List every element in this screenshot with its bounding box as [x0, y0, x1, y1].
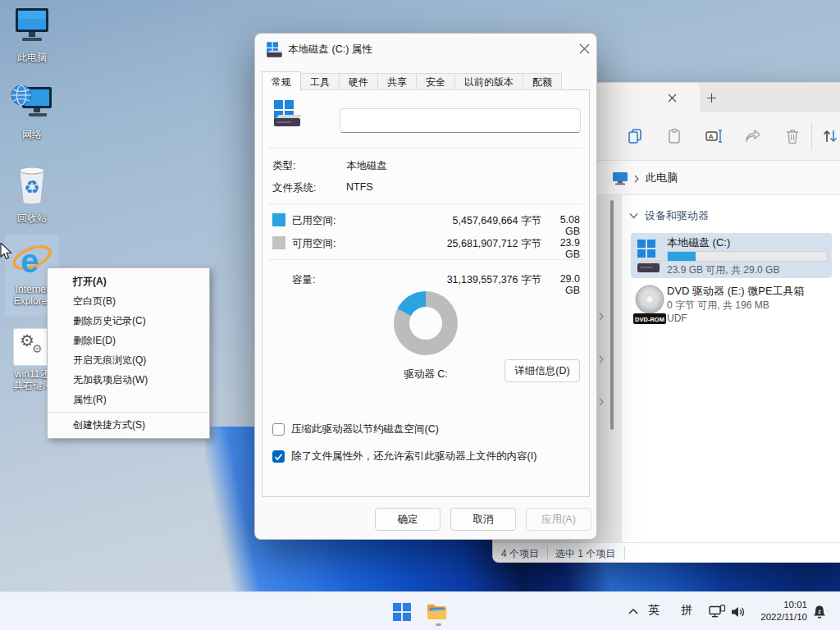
menu-item-properties[interactable]: 属性(R): [48, 390, 209, 409]
details-button[interactable]: 详细信息(D): [504, 359, 580, 382]
drive-filesystem: UDF: [667, 313, 687, 324]
used-space-bytes: 5,457,649,664 字节: [410, 214, 541, 228]
tray-time: 10:01: [748, 599, 807, 611]
desktop-icon-label: 回收站: [5, 212, 59, 224]
filesystem-value: NTFS: [346, 181, 373, 195]
menu-item-open[interactable]: 打开(A): [48, 272, 209, 291]
menu-item-delete-ie[interactable]: 删除IE(D): [48, 331, 209, 350]
ie-context-menu: 打开(A) 空白页(B) 删除历史记录(C) 删除IE(D) 开启无痕浏览(Q)…: [47, 267, 210, 439]
sort-icon[interactable]: [821, 127, 839, 145]
free-space-bytes: 25,681,907,712 字节: [410, 237, 541, 251]
speaker-icon: [731, 605, 746, 619]
tab-sharing[interactable]: 共享: [378, 73, 417, 90]
capacity-label: 容量:: [292, 273, 315, 287]
capacity-bytes: 31,139,557,376 字节: [410, 273, 541, 287]
disk-usage-donut-chart: [394, 291, 458, 355]
apply-button[interactable]: 应用(A): [526, 508, 591, 531]
svg-text:♻: ♻: [24, 177, 40, 198]
section-header-label: 设备和驱动器: [645, 208, 709, 223]
drive-c-row[interactable]: 本地磁盘 (C:) 23.9 GB 可用, 共 29.0 GB: [631, 233, 832, 278]
dvd-drive-row[interactable]: DVD-ROM DVD 驱动器 (E:) 微PE工具箱 0 字节 可用, 共 1…: [631, 281, 832, 328]
ime-pinyin-indicator[interactable]: 拼: [681, 603, 692, 618]
cancel-button[interactable]: 取消: [450, 508, 516, 531]
capacity-row: 容量: 31,139,557,376 字节 29.0 GB: [272, 272, 581, 287]
svg-text:A: A: [709, 133, 714, 140]
separator: [269, 148, 582, 148]
desktop-icon-recycle-bin[interactable]: ♻ 回收站: [5, 164, 59, 224]
ok-button[interactable]: 确定: [375, 508, 441, 531]
tray-date: 2022/11/10: [748, 611, 807, 623]
paste-icon[interactable]: [665, 127, 683, 145]
status-divider: [624, 546, 625, 559]
compress-checkbox-label: 压缩此驱动器以节约磁盘空间(C): [291, 422, 439, 436]
drive-name: 本地磁盘 (C:): [667, 235, 730, 250]
breadcrumb[interactable]: 此电脑: [646, 171, 678, 185]
section-devices-and-drives[interactable]: 设备和驱动器: [629, 208, 709, 223]
tray-chevron-button[interactable]: [625, 601, 641, 622]
tree-chevron-icon[interactable]: [597, 313, 605, 321]
share-icon[interactable]: [744, 127, 762, 145]
copy-icon[interactable]: [626, 127, 644, 145]
index-checkbox-label: 除了文件属性外，还允许索引此驱动器上文件的内容(I): [291, 450, 536, 463]
tab-security[interactable]: 安全: [417, 73, 455, 90]
tab-quota[interactable]: 配额: [523, 73, 562, 90]
menu-item-inprivate[interactable]: 开启无痕浏览(Q): [48, 350, 209, 370]
desktop-icon-this-pc[interactable]: 此电脑: [5, 7, 59, 63]
tab-tools[interactable]: 工具: [301, 73, 340, 90]
type-value: 本地磁盘: [346, 159, 387, 173]
explorer-status-bar: 4 个项目 选中 1 个项目: [493, 542, 840, 563]
network-icon: [709, 605, 726, 619]
breadcrumb-chevron-icon: [633, 175, 640, 183]
network-tray-button[interactable]: [707, 601, 728, 622]
free-space-row: 可用空间: 25,681,907,712 字节 23.9 GB: [272, 236, 581, 251]
svg-text:DVD-ROM: DVD-ROM: [635, 316, 664, 323]
dialog-close-button[interactable]: [573, 38, 595, 59]
desktop-icon-network[interactable]: 网络: [5, 82, 59, 140]
rename-icon[interactable]: A: [705, 127, 723, 145]
tree-chevron-icon[interactable]: [597, 398, 605, 406]
start-button[interactable]: [391, 601, 412, 622]
tree-chevron-icon[interactable]: [597, 355, 605, 363]
dialog-tab-strip: 常规 工具 硬件 共享 安全 以前的版本 配额: [262, 71, 562, 90]
type-row: 类型: 本地磁盘: [272, 159, 387, 173]
free-space-swatch: [272, 236, 285, 249]
taskbar-clock[interactable]: 10:01 2022/11/10: [748, 599, 807, 623]
new-tab-button[interactable]: [702, 89, 720, 106]
ime-english-indicator[interactable]: 英: [648, 603, 660, 618]
menu-item-delete-history[interactable]: 删除历史记录(C): [48, 311, 209, 331]
file-explorer-taskbar-button[interactable]: [427, 601, 447, 622]
local-disk-icon: [637, 239, 663, 273]
tab-hardware[interactable]: 硬件: [340, 73, 378, 90]
drive-caption: 驱动器 C:: [377, 368, 475, 381]
recycle-bin-icon: ♻: [13, 164, 51, 207]
index-checkbox-row[interactable]: 除了文件属性外，还允许索引此驱动器上文件的内容(I): [272, 450, 536, 463]
tab-close-button[interactable]: [663, 89, 681, 106]
notification-center-button[interactable]: z: [809, 601, 829, 622]
items-count: 4 个项目: [501, 547, 539, 561]
drive-info: 23.9 GB 可用, 共 29.0 GB: [667, 263, 779, 277]
close-icon: [579, 43, 590, 54]
tab-general[interactable]: 常规: [262, 71, 301, 91]
volume-label-input[interactable]: [340, 108, 581, 133]
tab-previous-versions[interactable]: 以前的版本: [455, 73, 523, 90]
compress-checkbox-row[interactable]: 压缩此驱动器以节约磁盘空间(C): [272, 422, 439, 436]
taskbar: 英 拼 10:01 2022/11/10 z: [0, 591, 840, 630]
checkbox-checked[interactable]: [272, 450, 285, 463]
windows-logo-icon: [393, 603, 411, 621]
drive-usage-bar: [667, 251, 828, 262]
this-pc-monitor-icon: [12, 7, 52, 46]
drive-icon: [272, 100, 304, 126]
checkbox-unchecked[interactable]: [272, 423, 285, 436]
svg-text:e: e: [21, 243, 39, 279]
check-icon: [274, 453, 283, 461]
menu-item-no-addons[interactable]: 无加载项启动(W): [48, 370, 209, 390]
separator: [269, 203, 582, 204]
nav-scrollbar-thumb[interactable]: [610, 200, 614, 430]
svg-text:z: z: [818, 608, 821, 614]
menu-item-create-shortcut[interactable]: 创建快捷方式(S): [48, 415, 209, 435]
filesystem-label: 文件系统:: [272, 181, 346, 195]
dialog-title: 本地磁盘 (C:) 属性: [288, 43, 372, 57]
volume-tray-button[interactable]: [728, 601, 749, 622]
menu-item-blank-page[interactable]: 空白页(B): [48, 291, 209, 311]
delete-icon[interactable]: [783, 127, 801, 145]
